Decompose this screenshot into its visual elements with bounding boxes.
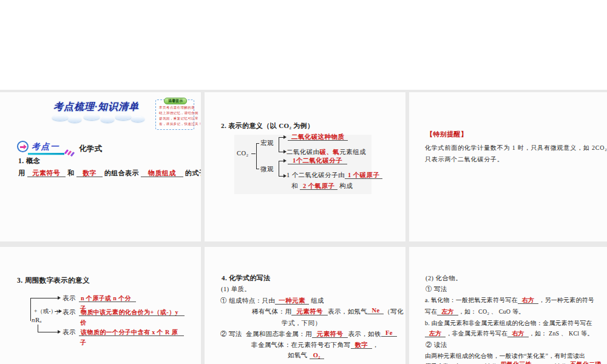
text: 用 [18,169,25,177]
blank-fill: Fe [381,329,397,337]
blank-fill: 物质中该元素的化合价为+（或-）y [79,309,185,316]
blank-fill: 该物质的一个分子中含有 x 个 R 原 [79,329,184,336]
s6-line-a2: 写在左方，如： CO₂ 、 CuO 等。 [425,308,524,316]
slide-thumbnail-6[interactable]: (2) 化合物。 ① 写法 a. 氧化物：一般把氧元素符号写在右方，另一种元素的… [409,247,607,364]
blank-fill: 数字 [351,342,373,349]
blank-fill: 物质组成 [141,169,183,177]
s6-line-a1: a. 氧化物：一般把氧元素符号写在右方，另一种元素的符号 [425,296,594,305]
blank-fill: 二氧化碳这种物质 [288,133,348,141]
s5-line-1: ① 组成特点：只由一种元素 组成 [220,297,324,305]
text: 二氧化碳由 [287,149,320,155]
s3-line-2: 只表示两个二氧化碳分子。 [425,155,504,164]
text: ① 组成特点：只由 [220,297,275,304]
topic-label: 化学式 [79,144,103,154]
tip-box: 温馨提示 本页考点需在理解的基 础上加强记忆，请结合例 题巩固，重复记忆可以常 … [155,99,194,130]
s6-subheading: (2) 化合物。 [426,274,462,283]
s2-branch-micro-1: 1个二氧化碳分子 [288,157,347,165]
slide-thumbnail-5[interactable]: 4. 化学式的写法 (1) 单质。 ① 组成特点：只由一种元素 组成 稀有气体：… [205,247,405,364]
branch-arrow [38,332,58,332]
teal-underline [28,153,64,155]
s6-heading-read: ② 读法 [426,341,447,349]
text: 元素组成 [339,149,366,155]
s4-formula-nRx: nRₓ [32,316,42,323]
text: 表示，如氖气 [328,308,367,315]
text: 如氧气 [288,352,308,359]
blank-fill: 右方 [507,330,528,337]
text: ② 写法 [220,331,242,337]
blank-fill: 元素符号 [27,169,66,177]
s4-branch2-l1: 物质中该元素的化合价为+（或-）y [79,308,185,317]
text: 构成 [339,183,353,189]
tip-box-line: 本页考点需在理解的基 [159,106,195,110]
s5-heading: 4. 化学式的写法 [222,274,271,283]
blank-fill: 一种元素 [275,297,309,305]
text: （写化 [384,308,404,315]
tip-box-line: 看，课后多记，快速过关！ [159,122,201,126]
s2-root-formula: CO₂ [237,150,248,157]
s3-line-1: 化学式前面的化学计量数不为 1 时，只具有微观意义，如 2CO₂ [425,144,607,152]
s1-concept-line: 用 元素符号 和 数字 的组合表示 物质组成 的式子。 [18,169,201,178]
slide-thumbnail-1[interactable]: 考点梳理·知识清单 温馨提示 本页考点需在理解的基 础上加强记忆，请结合例 题巩… [0,92,201,241]
blank-fill: Ne [367,307,384,314]
tip-box-line: 题巩固，重复记忆可以常 [159,116,198,121]
s6-line-b1: b. 由金属元素和非金属元素组成的化合物：金属元素符号写在 [425,319,592,328]
s2-heading: 2. 表示的意义（以 CO₂ 为例） [221,121,314,130]
s5-line-5: 非金属气体：在元素符号右下角写数字， [251,341,379,349]
text: 表示，如铁 [348,331,381,337]
text: 金属和固态非金属：用 [246,331,312,337]
s6-heading-write: ① 写法 [426,285,447,294]
s2-micro-label: 微观 [260,165,274,174]
s6-line-r1: 由两种元素组成的化合物，一般读作“某化某”，有时需读出 [425,352,585,360]
s5-line-4: ② 写法 金属和固态非金属：用元素符号表示，如铁Fe [220,330,397,339]
branch-arrow [279,161,284,161]
text: ，如： CO₂ 、 CuO 等。 [458,308,524,315]
branch-arrow [30,298,58,298]
s5-line-6: 如氧气 O₂ [288,351,324,360]
s5-line-2: 稀有气体：用元素符号表示，如氖气Ne（写化 [252,308,404,316]
text: ， [372,342,379,348]
s4-heading: 3. 周围数字表示的意义 [17,276,90,285]
text: 1 个二氧化碳分子由 [287,172,345,178]
blank-fill: 五氧化二磷 [568,361,605,364]
text: ，如： ZnS 、 KCl 等。 [529,330,594,337]
blank-fill: 数字 [76,169,103,177]
blank-fill: O₂ [310,352,324,359]
text: 组成 [311,297,324,304]
branch-arrow [279,137,284,138]
text: 和 [67,169,74,177]
s4-branch1-l1: n 个原子或 n 个分 [79,294,136,303]
blank-fill: n 个原子或 n 个分 [79,295,136,302]
blank-fill: 右方 [518,297,538,304]
branch-arrow [55,311,59,312]
s2-branch-macro-1: 二氧化碳这种物质 [288,133,348,141]
text: ，非金属元素符号写在 [446,330,507,337]
slide-thumbnail-3[interactable]: 【特别提醒】 化学式前面的化学计量数不为 1 时，只具有微观意义，如 2CO₂ … [409,92,607,241]
s2-branch-macro-2: 二氧化碳由碳、氧元素组成 [287,148,366,157]
branch-arrow [279,152,284,152]
text: 写在 [425,308,437,315]
red-text: 碳、氧 [320,149,340,155]
s6-line-b2: 左方，非金属元素符号写在右方，如： ZnS 、 KCl 等。 [425,329,593,338]
text: ，另一种元素的符号 [538,297,594,303]
slide-thumbnail-2[interactable]: 2. 表示的意义（以 CO₂ 为例） CO₂ 宏观 微观 二氧化碳这种物质 二氧… [205,92,405,241]
s5-line-3: 学式，下同） [282,319,321,328]
s3-heading: 【特别提醒】 [426,130,467,139]
slide1-title: 考点梳理·知识清单 [53,101,139,113]
blank-fill: 四氧化三铁 [498,361,535,364]
s2-macro-label: 宏观 [260,139,274,147]
slide-thumbnail-4[interactable]: 3. 周围数字表示的意义 +（或-）y nRₓ 表示 n 个原子或 n 个分 子… [0,247,201,364]
text: 的组合表示 [104,169,139,177]
s1-heading-concept: 1. 概念 [18,157,41,166]
tip-box-header: 温馨提示 [164,98,187,104]
branch-arrow [279,176,284,177]
blank-fill: 1个二氧化碳分子 [288,157,347,164]
topic-marker-icon [17,141,29,152]
blank-fill: 左方 [425,330,446,337]
tip-box-line: 础上加强记忆，请结合例 [159,111,198,115]
s4-branch3-l2: 子 [80,339,86,347]
text: 的式子。 [185,169,201,177]
s4-label-1: 表示 [63,294,76,303]
s2-branch-micro-2b: 和 2 个氧原子 构成 [291,182,353,190]
topic-marker-label: 考点一 [32,141,60,152]
blank-fill: 2 个氧原子 [300,183,337,190]
